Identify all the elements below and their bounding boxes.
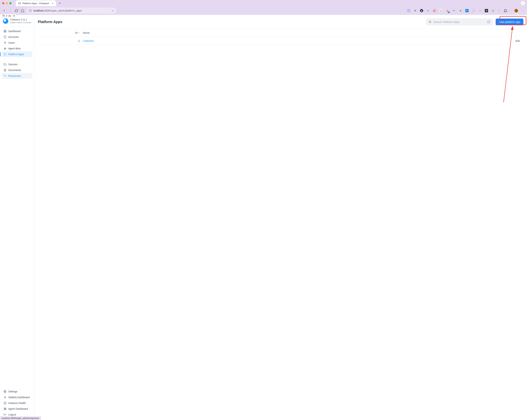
svg-rect-2	[5, 31, 6, 32]
grid4-icon	[4, 407, 7, 410]
sidebar-item-documents[interactable]: Documents	[2, 67, 32, 73]
url-text: localhost:3000/super_admin/platform_apps	[33, 9, 82, 12]
building-icon	[4, 35, 7, 38]
search-box[interactable]: ✕	[426, 18, 493, 25]
svg-rect-29	[5, 408, 6, 409]
list-icon	[4, 396, 7, 399]
ext-icon-5[interactable]: ▶	[433, 9, 436, 12]
svg-point-11	[4, 48, 5, 49]
brand[interactable]: Chatwoot 3.11.1 Super Admin Console	[2, 18, 32, 26]
ext-icon-10[interactable]: F	[465, 9, 469, 12]
sidebar-item-label: Sidekiq Dashboard	[8, 396, 30, 399]
apps-icon	[4, 53, 7, 56]
svg-rect-3	[4, 31, 5, 32]
sidebar-item-label: Agent Dashboard	[8, 407, 28, 410]
table-row: 1 Cafeshire Edit	[34, 37, 527, 45]
reload-button[interactable]	[15, 9, 18, 12]
sidebar-item-agent-bots[interactable]: Agent Bots	[2, 46, 32, 51]
bot-icon	[4, 47, 7, 50]
svg-point-12	[5, 48, 5, 49]
document-icon	[4, 69, 7, 72]
svg-point-17	[6, 55, 6, 55]
gear-icon	[4, 390, 7, 393]
ext-icon-15[interactable]	[498, 9, 501, 12]
svg-line-35	[431, 22, 431, 23]
profile-avatar[interactable]	[514, 9, 518, 12]
sort-desc-icon: ▼	[78, 32, 80, 34]
grid-icon	[4, 30, 7, 33]
close-window-button[interactable]	[2, 2, 4, 4]
svg-point-14	[4, 53, 5, 54]
close-tab-button[interactable]: ×	[52, 2, 53, 5]
new-tab-button[interactable]: +	[57, 1, 62, 6]
ext-icon-11[interactable]: ▭	[472, 9, 475, 12]
sidebar-item-users[interactable]: Users	[2, 40, 32, 46]
sidebar-item-label: Instance Health	[8, 402, 26, 405]
sidebar-item-label: Sources	[8, 63, 18, 66]
globe-icon	[18, 2, 21, 4]
ext-icon-8[interactable]: 〰	[452, 9, 456, 12]
maximize-window-button[interactable]	[9, 2, 11, 4]
perf-badge[interactable]: 70.4 ms ×3	[1, 14, 16, 18]
platform-apps-table: Id ▼ Name 1 Cafeshire Edit	[34, 29, 527, 45]
site-info-icon[interactable]: i	[29, 9, 32, 12]
cell-id: 1	[38, 39, 83, 42]
ext-icon-3[interactable]: ◐	[420, 9, 423, 12]
reply-icon	[4, 75, 7, 77]
edit-link[interactable]: Edit	[516, 39, 520, 42]
sidebar-item-label: Platform Apps	[8, 53, 24, 56]
sidebar-item-accounts[interactable]: Accounts	[2, 34, 32, 40]
svg-point-34	[429, 21, 431, 22]
sidebar-item-label: Settings	[8, 390, 18, 393]
sidebar-item-label: Users	[8, 41, 15, 44]
tabs-menu-button[interactable]: ⌄	[521, 1, 525, 5]
plus-square-icon	[4, 402, 7, 405]
home-button[interactable]	[21, 9, 24, 12]
ext-icon-14[interactable]: ]•[	[491, 9, 494, 12]
extensions-menu-icon[interactable]	[504, 9, 507, 12]
forward-button[interactable]	[9, 9, 12, 12]
ext-icon-4[interactable]: ✱	[427, 9, 430, 12]
user-icon	[4, 41, 7, 44]
brand-subtitle: Super Admin Console	[10, 21, 31, 24]
browser-menu-button[interactable]: ⋮	[521, 9, 525, 12]
svg-point-15	[6, 53, 6, 54]
ext-icon-1[interactable]: ①	[407, 9, 410, 12]
ext-icon-2[interactable]: ന	[413, 9, 417, 12]
ext-icon-13[interactable]: M	[485, 9, 488, 12]
new-platform-app-button[interactable]: New platform app	[496, 19, 523, 25]
col-header-name[interactable]: Name	[83, 31, 502, 34]
minimize-window-button[interactable]	[6, 2, 8, 4]
page-header: Platform Apps ✕ New platform app	[34, 15, 527, 29]
sidebar-item-dashboard[interactable]: Dashboard	[2, 28, 32, 34]
status-bar-url: localhost:3000/super_admin/responses	[0, 416, 41, 420]
extensions-row: ① ന ◐ ✱ ▶ ◻ 🏠24 〰 ⬢ F ▭ V M ]•[ | ⋮	[407, 9, 525, 12]
brand-logo-icon	[3, 18, 8, 24]
col-header-id[interactable]: Id ▼	[38, 31, 83, 34]
sidebar-item-sidekiq[interactable]: Sidekiq Dashboard	[2, 394, 32, 400]
svg-point-16	[4, 55, 5, 55]
svg-rect-31	[5, 409, 6, 410]
sidebar-item-agent-dashboard[interactable]: Agent Dashboard	[2, 406, 32, 412]
sidebar-item-platform-apps[interactable]: Platform Apps	[2, 51, 32, 57]
bookmark-star-icon[interactable]: ☆	[111, 9, 114, 12]
ext-icon-12[interactable]: V	[478, 9, 482, 12]
sidebar-item-instance-health[interactable]: Instance Health	[2, 400, 32, 406]
svg-rect-1	[5, 30, 6, 31]
svg-rect-0	[4, 30, 5, 31]
cell-name-link[interactable]: Cafeshire	[83, 39, 502, 42]
address-bar[interactable]: i localhost:3000/super_admin/platform_ap…	[26, 8, 116, 14]
clear-search-button[interactable]: ✕	[487, 20, 490, 23]
svg-point-21	[5, 391, 5, 392]
sidebar-item-settings[interactable]: Settings	[2, 389, 32, 394]
ext-icon-6[interactable]: ◻	[439, 9, 443, 12]
sidebar-item-sources[interactable]: Sources	[2, 61, 32, 67]
folder-icon	[4, 63, 7, 66]
logout-icon	[4, 413, 7, 416]
back-button[interactable]	[2, 9, 6, 12]
sidebar-item-responses[interactable]: Responses	[2, 73, 32, 79]
search-input[interactable]	[433, 20, 485, 23]
ext-icon-9[interactable]: ⬢	[459, 9, 462, 12]
browser-tab[interactable]: Platform Apps - Chatwoot ×	[16, 0, 56, 6]
ext-icon-7[interactable]: 🏠24	[446, 9, 449, 12]
